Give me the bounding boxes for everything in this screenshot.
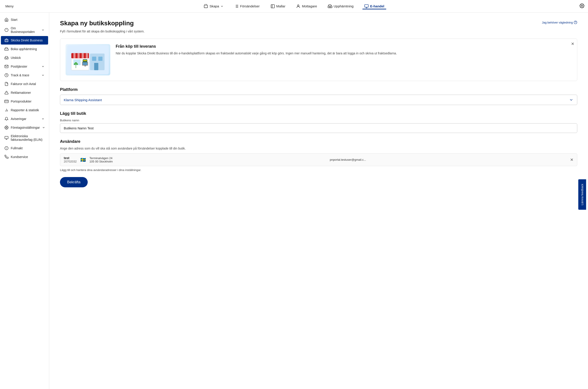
menu-toggle[interactable]: Meny (3, 4, 14, 8)
svg-point-10 (298, 5, 299, 6)
nav-mottagare[interactable]: Mottagare (294, 3, 319, 9)
nav-mallar[interactable]: Mallar (269, 3, 287, 9)
svg-rect-32 (5, 136, 8, 139)
settings-icon[interactable] (580, 3, 585, 9)
svg-rect-54 (84, 65, 86, 66)
svg-rect-47 (73, 53, 75, 58)
svg-rect-11 (328, 6, 332, 8)
sidebar-item-portoprodukter[interactable]: Portoprodukter (1, 97, 48, 106)
page-subtitle: Fyll i formuläret för att skapa din buti… (60, 30, 577, 33)
sidebar-item-aviseringar[interactable]: Aviseringar (1, 115, 48, 123)
page-title: Skapa ny butikskoppling (60, 20, 134, 27)
svg-rect-43 (98, 57, 102, 61)
info-banner: Från köp till leverans När du kopplar Sk… (60, 38, 577, 81)
feedback-tab[interactable]: Lämna feedback (578, 179, 586, 210)
svg-rect-3 (204, 5, 208, 8)
sidebar-item-rapporter-statistik[interactable]: Rapporter & statistik (1, 106, 48, 114)
sidebar-item-fullmakt[interactable]: Fullmakt (1, 144, 48, 152)
svg-point-59 (74, 63, 75, 65)
sidebar-item-utskick[interactable]: Utskick (1, 54, 48, 62)
sidebar-item-fakturor-avtal[interactable]: Fakturor och Avtal (1, 80, 48, 88)
sidebar-item-kundservice[interactable]: Kundservice (1, 153, 48, 161)
banner-text: Från köp till leverans När du kopplar Sk… (116, 44, 397, 56)
svg-rect-44 (94, 63, 98, 70)
nav-ehandel[interactable]: E-handel (363, 3, 386, 9)
nav-upphamtning[interactable]: Upphämtning (326, 3, 355, 9)
main-content: Skapa ny butikskoppling Jag behöver vägl… (49, 13, 588, 389)
svg-point-60 (76, 63, 78, 65)
platform-dropdown[interactable]: Klarna Shipping Assistant (60, 95, 577, 105)
sender-card: test 20702032 🇸🇪 Terminalvägen 24105 00 … (60, 153, 577, 166)
sender-name-id: test 20702032 (64, 156, 77, 163)
add-store-section-title: Lägg till butik (60, 111, 577, 116)
top-navigation: Meny Skapa Försändelser Mallar Mottagare… (0, 0, 588, 13)
sender-remove-button[interactable]: ✕ (570, 157, 573, 162)
sidebar-item-skicka-direkt[interactable]: Skicka Direkt Business (1, 36, 48, 45)
menu-label: Meny (5, 4, 14, 8)
svg-rect-53 (83, 63, 87, 65)
svg-rect-22 (5, 49, 8, 50)
confirm-button[interactable]: Bekräfta (60, 177, 88, 187)
svg-point-17 (581, 5, 583, 6)
svg-rect-49 (82, 53, 84, 58)
svg-point-31 (6, 127, 7, 128)
sidebar-item-elin[interactable]: Elektroniska fakturaunderlag (ELIN) (1, 132, 48, 144)
sidebar: Start Om Businessportalen Skicka Direkt … (0, 13, 49, 389)
sender-section-title: Avsändare (60, 139, 577, 144)
sidebar-item-track-trace[interactable]: Track & trace (1, 71, 48, 79)
svg-point-37 (6, 149, 7, 149)
svg-rect-42 (92, 57, 96, 61)
banner-illustration (65, 44, 110, 75)
help-link[interactable]: Jag behöver vägledning (542, 21, 577, 24)
sender-hint: Lägg till och hantera dina avsändaradres… (60, 168, 577, 172)
nav-forsandelser[interactable]: Försändelser (232, 3, 262, 9)
store-name-input[interactable] (60, 123, 577, 133)
sender-flag: 🇸🇪 (80, 157, 86, 162)
sidebar-item-start[interactable]: Start (1, 15, 48, 24)
sidebar-item-posttjanster[interactable]: Posttjänster (1, 62, 48, 71)
sender-description: Ange den adress som du vill ska stå som … (60, 147, 577, 150)
close-banner-button[interactable]: ✕ (571, 41, 574, 46)
svg-rect-26 (5, 100, 8, 103)
sender-address: Terminalvägen 24105 00 Stockholm (90, 157, 326, 163)
svg-rect-21 (5, 39, 8, 42)
sidebar-item-foretagsinst[interactable]: Företagsinställningar (1, 123, 48, 132)
svg-rect-48 (78, 53, 80, 58)
sender-email: pnportal.testuser@gmail.c... (330, 158, 566, 161)
platform-section-title: Plattform (60, 87, 577, 92)
sidebar-item-om-businessportalen[interactable]: Om Businessportalen (1, 24, 48, 36)
svg-rect-14 (365, 4, 369, 7)
sidebar-item-boka-upphamtning[interactable]: Boka upphämtning (1, 45, 48, 53)
sidebar-item-reklamationer[interactable]: Reklamationer (1, 88, 48, 97)
svg-rect-56 (83, 60, 87, 61)
store-name-label: Butikens namn (60, 119, 577, 122)
nav-skapa[interactable]: Skapa (202, 3, 225, 9)
svg-rect-50 (86, 53, 88, 58)
